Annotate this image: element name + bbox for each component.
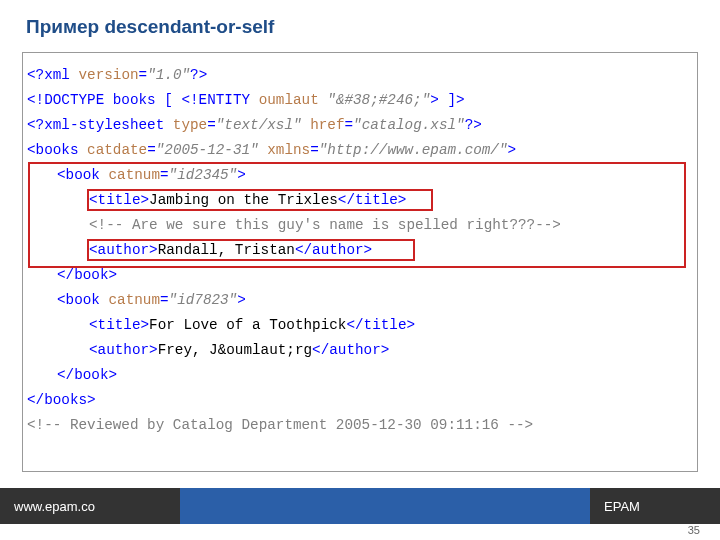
code-line: <author>Frey, J&oumlaut;rg</author> xyxy=(27,338,689,363)
code-line: </book> xyxy=(27,263,689,288)
code-line: <book catnum="id7823"> xyxy=(27,288,689,313)
footer-brand: EPAM xyxy=(590,488,720,524)
code-line: <?xml-stylesheet type="text/xsl" href="c… xyxy=(27,113,689,138)
code-line: <!-- Reviewed by Catalog Department 2005… xyxy=(27,413,689,438)
footer-bar: www.epam.co EPAM xyxy=(0,488,720,524)
footer-spacer xyxy=(180,488,590,524)
code-line: </books> xyxy=(27,388,689,413)
code-line: <!DOCTYPE books [ <!ENTITY oumlaut "&#38… xyxy=(27,88,689,113)
code-line: <books catdate="2005-12-31" xmlns="http:… xyxy=(27,138,689,163)
code-block: <?xml version="1.0"?> <!DOCTYPE books [ … xyxy=(22,52,698,472)
code-line: <book catnum="id2345"> xyxy=(27,163,689,188)
code-line: <author>Randall, Tristan</author> xyxy=(27,238,689,263)
code-line: <?xml version="1.0"?> xyxy=(27,63,689,88)
footer-url: www.epam.co xyxy=(0,488,180,524)
slide-title: Пример descendant-or-self xyxy=(26,16,274,38)
code-line: <title>For Love of a Toothpick</title> xyxy=(27,313,689,338)
code-line: <!-- Are we sure this guy's name is spel… xyxy=(27,213,689,238)
page-number: 35 xyxy=(688,524,700,536)
code-line: <title>Jambing on the Trixles</title> xyxy=(27,188,689,213)
code-line: </book> xyxy=(27,363,689,388)
